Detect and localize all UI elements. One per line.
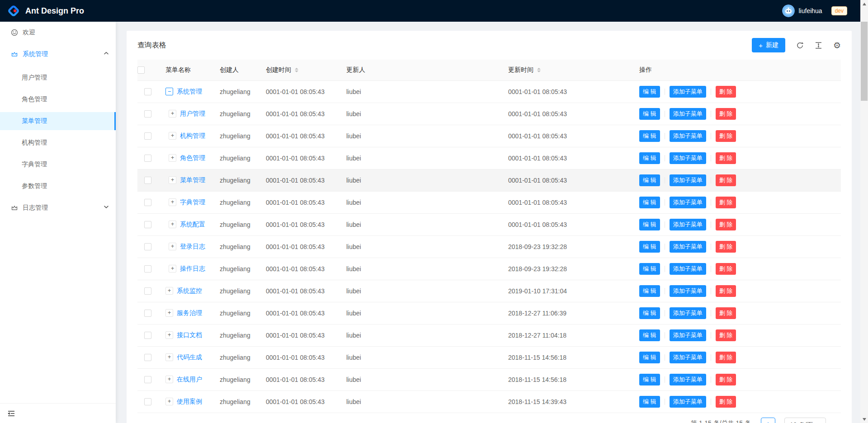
add-child-button[interactable]: 添加子菜单 (670, 329, 706, 341)
expand-row-icon[interactable]: + (165, 398, 173, 405)
row-checkbox[interactable] (144, 287, 151, 295)
expand-row-icon[interactable]: + (169, 221, 176, 228)
menu-name-link[interactable]: 代码生成 (177, 353, 202, 362)
menu-name-link[interactable]: 用户管理 (180, 110, 205, 118)
add-child-button[interactable]: 添加子菜单 (670, 219, 706, 230)
edit-button[interactable]: 编 辑 (639, 374, 660, 385)
row-checkbox[interactable] (144, 354, 151, 361)
menu-name-link[interactable]: 使用案例 (177, 398, 202, 406)
menu-name-link[interactable]: 系统管理 (177, 88, 202, 96)
sidebar-subitem-参数管理[interactable]: 参数管理 (0, 177, 116, 195)
menu-name-link[interactable]: 在线用户 (177, 376, 202, 384)
row-checkbox[interactable] (144, 155, 151, 162)
sidebar-item-welcome[interactable]: 欢迎 (0, 24, 116, 42)
sidebar-subitem-菜单管理[interactable]: 菜单管理 (0, 112, 116, 130)
delete-button[interactable]: 删 除 (716, 219, 736, 230)
expand-row-icon[interactable]: + (169, 265, 176, 273)
menu-name-link[interactable]: 系统配置 (180, 221, 205, 229)
row-checkbox[interactable] (144, 376, 151, 383)
sidebar-subitem-角色管理[interactable]: 角色管理 (0, 90, 116, 108)
expand-row-icon[interactable]: + (165, 309, 173, 317)
select-all-checkbox[interactable] (137, 66, 145, 74)
row-checkbox[interactable] (144, 199, 151, 206)
new-button[interactable]: + 新建 (752, 38, 785, 52)
sidebar-subitem-字典管理[interactable]: 字典管理 (0, 155, 116, 174)
scroll-down-arrow[interactable] (860, 415, 868, 423)
edit-button[interactable]: 编 辑 (639, 396, 660, 408)
app-logo[interactable]: Ant Design Pro (0, 5, 84, 17)
expand-row-icon[interactable]: + (165, 353, 173, 361)
density-icon[interactable] (815, 41, 822, 49)
edit-button[interactable]: 编 辑 (639, 219, 660, 230)
expand-row-icon[interactable]: + (165, 287, 173, 295)
expand-row-icon[interactable]: + (165, 331, 173, 339)
delete-button[interactable]: 删 除 (716, 263, 736, 275)
sorter-icon[interactable] (295, 68, 298, 72)
sidebar-subitem-机构管理[interactable]: 机构管理 (0, 134, 116, 152)
collapse-row-icon[interactable]: − (165, 88, 173, 95)
expand-row-icon[interactable]: + (165, 376, 173, 383)
add-child-button[interactable]: 添加子菜单 (670, 174, 706, 186)
add-child-button[interactable]: 添加子菜单 (670, 152, 706, 164)
edit-button[interactable]: 编 辑 (639, 241, 660, 253)
row-checkbox[interactable] (144, 110, 151, 118)
sidebar-item-log[interactable]: 日志管理 (0, 199, 116, 217)
menu-name-link[interactable]: 菜单管理 (180, 176, 205, 184)
expand-row-icon[interactable]: + (169, 198, 176, 206)
add-child-button[interactable]: 添加子菜单 (670, 352, 706, 363)
add-child-button[interactable]: 添加子菜单 (670, 374, 706, 385)
settings-gear-icon[interactable]: ⚙ (833, 41, 841, 49)
row-checkbox[interactable] (144, 243, 151, 250)
edit-button[interactable]: 编 辑 (639, 152, 660, 164)
edit-button[interactable]: 编 辑 (639, 307, 660, 319)
expand-row-icon[interactable]: + (169, 243, 176, 250)
row-checkbox[interactable] (144, 177, 151, 184)
delete-button[interactable]: 删 除 (716, 396, 736, 408)
user-avatar[interactable] (782, 5, 795, 17)
scrollbar-thumb[interactable] (861, 22, 868, 101)
pagination-page-1[interactable]: 1 (761, 418, 775, 423)
reload-icon[interactable] (796, 41, 804, 49)
edit-button[interactable]: 编 辑 (639, 285, 660, 297)
scroll-up-arrow[interactable] (860, 0, 868, 8)
add-child-button[interactable]: 添加子菜单 (670, 307, 706, 319)
row-checkbox[interactable] (144, 265, 151, 273)
delete-button[interactable]: 删 除 (716, 285, 736, 297)
menu-name-link[interactable]: 服务治理 (177, 309, 202, 317)
expand-row-icon[interactable]: + (169, 154, 176, 162)
add-child-button[interactable]: 添加子菜单 (670, 263, 706, 275)
page-size-select[interactable]: 10 条/页 (784, 418, 826, 423)
row-checkbox[interactable] (144, 398, 151, 405)
sorter-icon[interactable] (537, 68, 541, 72)
add-child-button[interactable]: 添加子菜单 (670, 86, 706, 98)
edit-button[interactable]: 编 辑 (639, 130, 660, 142)
add-child-button[interactable]: 添加子菜单 (670, 130, 706, 142)
expand-row-icon[interactable]: + (169, 132, 176, 140)
username[interactable]: liufeihua (798, 7, 822, 14)
menu-name-link[interactable]: 系统监控 (177, 287, 202, 295)
add-child-button[interactable]: 添加子菜单 (670, 285, 706, 297)
menu-name-link[interactable]: 登录日志 (180, 243, 205, 251)
menu-name-link[interactable]: 机构管理 (180, 132, 205, 140)
edit-button[interactable]: 编 辑 (639, 86, 660, 98)
menu-name-link[interactable]: 字典管理 (180, 198, 205, 207)
delete-button[interactable]: 删 除 (716, 86, 736, 98)
sidebar-item-system[interactable]: 系统管理 (0, 45, 116, 63)
edit-button[interactable]: 编 辑 (639, 197, 660, 208)
expand-row-icon[interactable]: + (169, 176, 176, 184)
menu-name-link[interactable]: 角色管理 (180, 154, 205, 162)
add-child-button[interactable]: 添加子菜单 (670, 108, 706, 120)
delete-button[interactable]: 删 除 (716, 352, 736, 363)
row-checkbox[interactable] (144, 221, 151, 228)
menu-name-link[interactable]: 接口文档 (177, 331, 202, 339)
delete-button[interactable]: 删 除 (716, 374, 736, 385)
delete-button[interactable]: 删 除 (716, 152, 736, 164)
delete-button[interactable]: 删 除 (716, 241, 736, 253)
add-child-button[interactable]: 添加子菜单 (670, 197, 706, 208)
column-header-update-time[interactable]: 更新时间 (501, 60, 632, 80)
delete-button[interactable]: 删 除 (716, 329, 736, 341)
delete-button[interactable]: 删 除 (716, 108, 736, 120)
collapse-sidebar-button[interactable] (7, 409, 15, 418)
edit-button[interactable]: 编 辑 (639, 174, 660, 186)
edit-button[interactable]: 编 辑 (639, 329, 660, 341)
